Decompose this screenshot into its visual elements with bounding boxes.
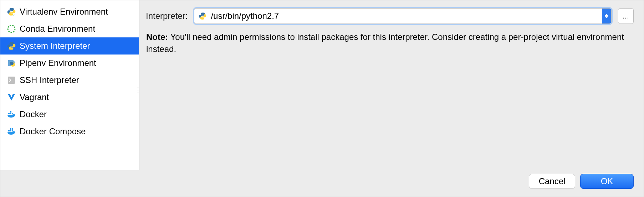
pipenv-icon (7, 58, 16, 68)
sidebar-item-label: Conda Environment (20, 24, 95, 34)
interpreter-dropdown[interactable]: /usr/bin/python2.7 (194, 8, 612, 24)
content-panel: Interpreter: /usr/bin/python2.7 ... Note… (139, 0, 644, 170)
sidebar-item-label: Vagrant (20, 92, 49, 102)
svg-rect-8 (10, 111, 11, 113)
docker-icon (7, 110, 16, 119)
sidebar-item-label: SSH Interpreter (20, 75, 79, 85)
sidebar-item-docker-compose[interactable]: Docker Compose (0, 123, 139, 140)
browse-button[interactable]: ... (618, 8, 634, 24)
sidebar-item-ssh[interactable]: SSH Interpreter (0, 72, 139, 89)
ssh-icon (7, 76, 16, 85)
python-icon (7, 41, 16, 51)
cancel-button[interactable]: Cancel (529, 174, 575, 189)
python-v-icon: v (7, 7, 16, 16)
note-bold: Note: (146, 32, 168, 42)
svg-rect-9 (8, 130, 10, 131)
ok-button[interactable]: OK (580, 174, 634, 189)
sidebar-item-pipenv[interactable]: Pipenv Environment (0, 55, 139, 72)
svg-rect-13 (12, 128, 13, 130)
dialog-footer: Cancel OK (0, 170, 644, 197)
python-icon (199, 12, 206, 20)
interpreter-type-sidebar: v Virtualenv Environment Conda Environme… (0, 0, 139, 170)
sidebar-item-system-interpreter[interactable]: System Interpreter (0, 37, 139, 55)
sidebar-item-docker[interactable]: Docker (0, 106, 139, 123)
interpreter-value: /usr/bin/python2.7 (211, 11, 602, 21)
svg-rect-4 (8, 77, 15, 84)
sidebar-item-conda[interactable]: Conda Environment (0, 20, 139, 37)
ellipsis-icon: ... (622, 12, 629, 20)
conda-icon (7, 24, 16, 33)
sidebar-item-label: Virtualenv Environment (20, 7, 108, 17)
vagrant-icon (7, 93, 16, 102)
sidebar-item-label: Docker (20, 109, 47, 119)
note-body: You'll need admin permissions to install… (146, 32, 624, 54)
interpreter-label: Interpreter: (146, 11, 188, 21)
svg-rect-10 (10, 130, 11, 131)
docker-compose-icon (7, 127, 16, 136)
svg-rect-5 (8, 113, 10, 114)
sidebar-item-label: System Interpreter (20, 41, 90, 51)
note-text: Note: You'll need admin permissions to i… (146, 31, 634, 55)
sidebar-item-label: Docker Compose (20, 126, 86, 136)
ok-label: OK (601, 176, 613, 186)
sidebar-item-vagrant[interactable]: Vagrant (0, 89, 139, 106)
cancel-label: Cancel (539, 176, 566, 186)
svg-rect-6 (10, 113, 11, 114)
svg-rect-12 (10, 128, 11, 130)
dropdown-spinner-icon (602, 9, 611, 24)
sidebar-item-label: Pipenv Environment (20, 58, 96, 68)
svg-text:v: v (12, 13, 15, 16)
sidebar-item-virtualenv[interactable]: v Virtualenv Environment (0, 3, 139, 20)
svg-point-3 (10, 62, 14, 65)
svg-point-1 (8, 25, 15, 32)
